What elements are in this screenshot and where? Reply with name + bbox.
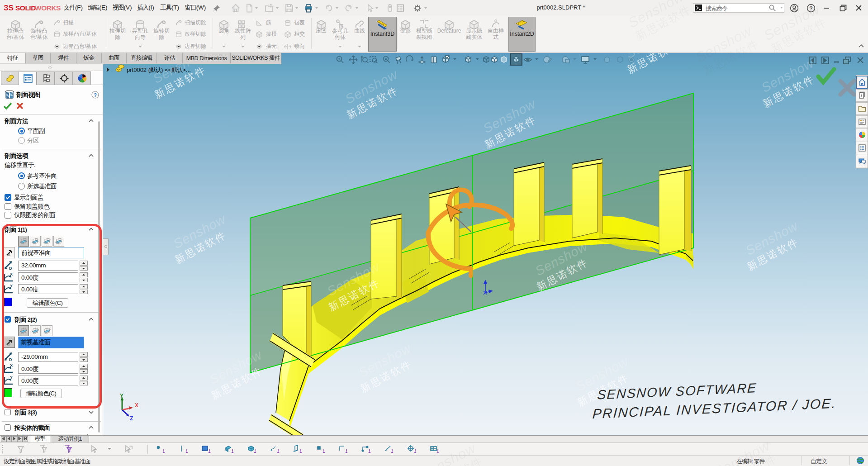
svg-text:?: ?	[809, 5, 813, 12]
svg-text:SOLID: SOLID	[15, 4, 36, 12]
svg-text:ЗS: ЗS	[4, 4, 14, 12]
svg-text:X: X	[135, 402, 138, 409]
svg-text:Z: Z	[130, 415, 133, 422]
svg-text:Y: Y	[120, 393, 123, 399]
svg-text:?: ?	[94, 92, 97, 98]
svg-text:WORKS: WORKS	[35, 4, 61, 12]
